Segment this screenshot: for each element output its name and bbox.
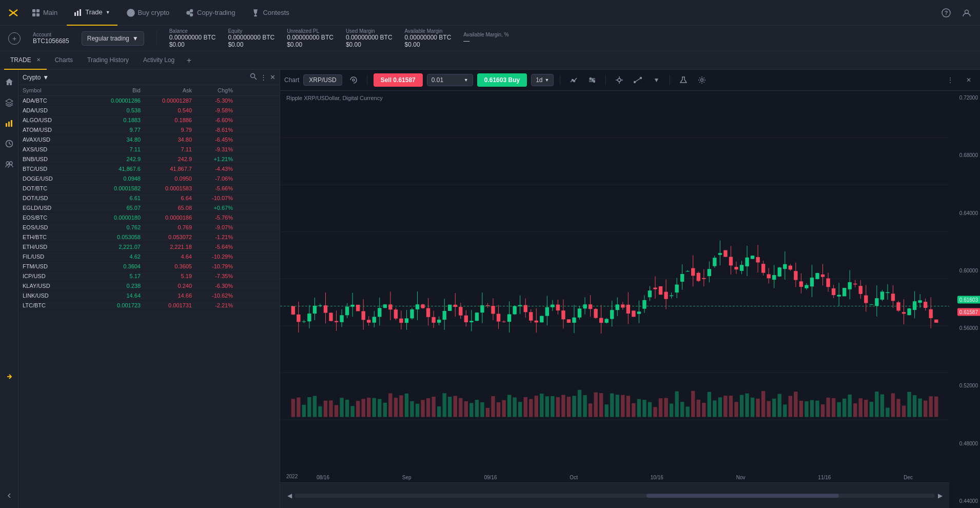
add-account-button[interactable]: +: [8, 32, 21, 45]
chart-indicator-icon[interactable]: [566, 73, 581, 87]
list-item[interactable]: BTC/USD 41,867.6 41,867.7 -4.43%: [18, 164, 280, 174]
list-item[interactable]: ETH/USD 2,221.07 2,221.18 -5.64%: [18, 242, 280, 252]
svg-rect-112: [426, 308, 430, 317]
list-item[interactable]: DOT/USD 6.61 6.64 -10.07%: [18, 193, 280, 203]
svg-rect-402: [837, 402, 840, 417]
nav-main[interactable]: Main: [25, 0, 65, 26]
user-button[interactable]: [957, 4, 976, 22]
unrealized-pl-btc: 0.00000000 BTC: [287, 34, 334, 41]
list-item[interactable]: ADA/BTC 0.00001286 0.00001287 -5.30%: [18, 96, 280, 106]
sidebar-home-icon[interactable]: [1, 74, 17, 90]
chart-scrollbar[interactable]: ◀ ▶: [280, 482, 949, 508]
tab-charts[interactable]: Charts: [49, 51, 79, 70]
chart-flask-icon[interactable]: [676, 73, 691, 87]
nav-contests[interactable]: Contests: [244, 0, 296, 26]
price-level: 0.56000: [951, 325, 978, 331]
sidebar-collapse-icon[interactable]: [1, 487, 17, 504]
available-margin-pct: —: [463, 37, 508, 45]
list-item[interactable]: EGLD/USD 65.07 65.08 +0.67%: [18, 203, 280, 213]
chart-gear-icon[interactable]: [695, 73, 709, 87]
crypto-list[interactable]: ADA/BTC 0.00001286 0.00001287 -5.30% ADA…: [18, 96, 280, 508]
price-level: 0.68000: [951, 152, 978, 158]
scroll-left-arrow[interactable]: ◀: [284, 491, 295, 501]
svg-rect-222: [723, 250, 727, 257]
list-item[interactable]: FIL/USD 4.62 4.64 -10.29%: [18, 252, 280, 262]
sidebar-chart-icon[interactable]: [1, 115, 17, 131]
svg-rect-372: [675, 392, 678, 417]
tab-activity-log[interactable]: Activity Log: [137, 51, 181, 70]
tab-trade[interactable]: TRADE ✕: [4, 51, 47, 70]
nav-buy-crypto[interactable]: Buy crypto: [120, 0, 177, 26]
help-button[interactable]: ?: [937, 4, 955, 22]
svg-rect-250: [799, 281, 803, 287]
list-item[interactable]: ICP/USD 5.17 5.19 -7.35%: [18, 271, 280, 281]
crypto-panel: Crypto ▼ ⋮ ✕ Symbol Bid Ask Chg% ADA/BTC…: [18, 70, 280, 508]
svg-rect-308: [329, 400, 332, 417]
svg-rect-102: [399, 319, 403, 323]
chart-body[interactable]: Ripple XRP/USDollar, Digital Currency: [280, 91, 980, 508]
chart-menu-icon[interactable]: ⋮: [943, 73, 957, 87]
svg-rect-5: [36, 13, 40, 16]
list-item[interactable]: DOGE/USD 0.0948 0.0950 -7.06%: [18, 174, 280, 184]
sidebar-arrow-icon[interactable]: [1, 368, 17, 385]
tab-trading-history[interactable]: Trading History: [81, 51, 135, 70]
list-item[interactable]: DOT/BTC 0.0001582 0.0001583 -5.66%: [18, 184, 280, 193]
svg-rect-318: [383, 403, 387, 417]
timeframe-select[interactable]: 1d ▼: [531, 74, 554, 86]
chart-symbol-box[interactable]: XRP/USD: [303, 74, 342, 86]
chart-line-tool-icon[interactable]: [631, 73, 645, 87]
crypto-search-icon[interactable]: [250, 73, 257, 82]
chart-crosshair-icon[interactable]: [612, 73, 626, 87]
svg-rect-276: [870, 304, 873, 305]
list-item[interactable]: EOS/USD 0.762 0.769 -9.07%: [18, 223, 280, 232]
list-item[interactable]: ETH/BTC 0.053058 0.053072 -1.21%: [18, 232, 280, 242]
list-item[interactable]: ADA/USD 0.538 0.540 -9.58%: [18, 106, 280, 115]
scroll-right-arrow[interactable]: ▶: [935, 491, 945, 501]
buy-button[interactable]: 0.61603 Buy: [477, 73, 527, 87]
crypto-panel-label[interactable]: Crypto ▼: [23, 74, 49, 81]
sidebar-clock-icon[interactable]: [1, 135, 17, 152]
list-item[interactable]: KLAY/USD 0.238 0.240 -6.30%: [18, 281, 280, 291]
chart-arrow-icon[interactable]: ▼: [649, 73, 663, 87]
list-item[interactable]: LINK/USD 14.64 14.66 -10.62%: [18, 291, 280, 301]
list-item[interactable]: ATOM/USD 9.77 9.79 -8.61%: [18, 125, 280, 135]
chart-close-icon[interactable]: ✕: [962, 73, 976, 87]
crypto-close-icon[interactable]: ✕: [270, 73, 276, 81]
scrollbar-track[interactable]: [295, 494, 935, 498]
list-item[interactable]: AVAX/USD 34.80 34.80 -6.45%: [18, 135, 280, 145]
nav-copy-trading[interactable]: Copy-trading: [179, 0, 242, 26]
svg-rect-397: [810, 400, 814, 417]
svg-rect-418: [924, 401, 927, 417]
list-item[interactable]: FTM/USD 0.3604 0.3605 -10.79%: [18, 262, 280, 271]
chart-indicator2-icon[interactable]: [585, 73, 599, 87]
list-item[interactable]: EOS/BTC 0.0000180 0.0000186 -5.76%: [18, 213, 280, 223]
current-price-label2: 0.61587: [957, 308, 980, 316]
sell-button[interactable]: Sell 0.61587: [374, 73, 423, 87]
svg-rect-152: [535, 321, 538, 323]
chart-stream-icon[interactable]: [346, 73, 361, 87]
tab-trade-close[interactable]: ✕: [36, 57, 41, 63]
svg-rect-150: [529, 312, 533, 320]
svg-rect-407: [864, 400, 868, 417]
list-item[interactable]: LTC/BTC 0.001723 0.001731 -2.21%: [18, 301, 280, 310]
svg-rect-100: [394, 309, 398, 318]
list-item[interactable]: AXS/USD 7.11 7.11 -9.31%: [18, 145, 280, 154]
scrollbar-thumb[interactable]: [646, 494, 838, 498]
equity-label: Equity: [228, 28, 275, 34]
svg-rect-22: [8, 122, 10, 127]
add-tab-button[interactable]: +: [183, 54, 195, 67]
sidebar-group-icon[interactable]: [1, 156, 17, 172]
list-item[interactable]: ALGO/USD 0.1883 0.1886 -6.60%: [18, 115, 280, 125]
svg-rect-385: [745, 394, 749, 417]
sidebar-layers-icon[interactable]: [1, 94, 17, 111]
list-item[interactable]: BNB/USD 242.9 242.9 +1.21%: [18, 154, 280, 164]
crypto-menu-icon[interactable]: ⋮: [260, 73, 267, 81]
logo-icon[interactable]: [4, 4, 23, 22]
svg-rect-367: [648, 402, 652, 417]
price-input[interactable]: 0.01 ▼: [427, 74, 473, 86]
svg-rect-174: [594, 309, 597, 318]
nav-trade[interactable]: Trade ▼: [67, 0, 117, 26]
trading-type-select[interactable]: Regular trading ▼: [82, 31, 144, 46]
price-level: 0.72000: [951, 95, 978, 101]
svg-rect-238: [767, 274, 771, 278]
